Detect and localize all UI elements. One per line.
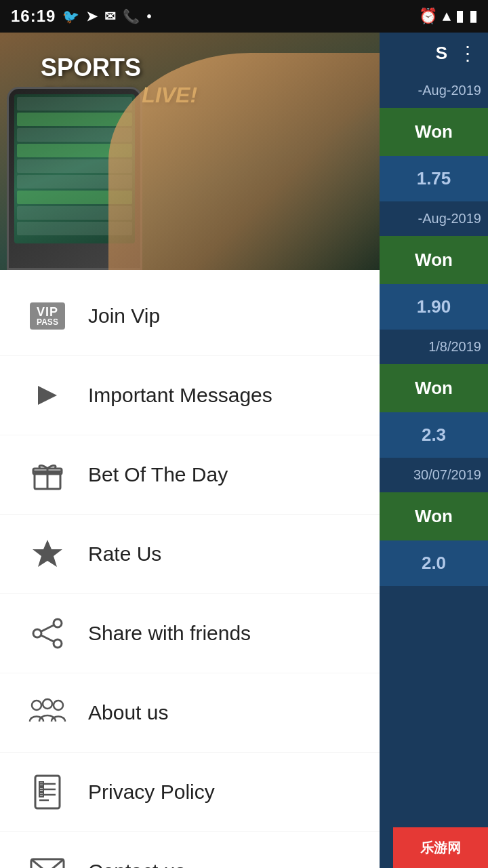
hero-banner: SPORTS Betting Live! (0, 33, 380, 270)
header-s-label: S (436, 43, 447, 64)
result-section-0: -Aug-2019 Won 1.75 (380, 73, 488, 201)
envelope-icon (30, 858, 65, 868)
main-container: SPORTS Betting Live! (0, 33, 488, 868)
more-options-icon[interactable]: ⋮ (458, 42, 477, 64)
result-odds-1: 1.90 (380, 284, 488, 330)
result-won-2: Won (380, 364, 488, 412)
menu-item-rate-us[interactable]: Rate Us (0, 515, 380, 594)
telegram-icon: ➤ (86, 8, 98, 24)
svg-marker-5 (33, 540, 62, 567)
svg-line-10 (41, 635, 54, 642)
menu-label-rate-us: Rate Us (88, 542, 161, 566)
result-won-1: Won (380, 236, 488, 284)
share-icon (30, 616, 64, 650)
drawer: SPORTS Betting Live! (0, 33, 380, 868)
facebook-icon: 🐦 (62, 8, 79, 24)
result-section-2: 1/8/2019 Won 2.3 (380, 330, 488, 458)
vip-icon: VIP PASS (30, 302, 65, 330)
result-date-1: -Aug-2019 (380, 201, 488, 236)
document-icon (33, 774, 62, 810)
star-icon (30, 537, 64, 571)
menu-label-important-messages: Important Messages (88, 384, 272, 407)
phone-row (17, 97, 132, 111)
svg-point-8 (33, 629, 41, 637)
status-time: 16:19 (11, 7, 56, 26)
result-odds-3: 2.0 (380, 540, 488, 586)
result-won-0: Won (380, 108, 488, 156)
gift-icon (30, 458, 64, 492)
vip-icon-wrap: VIP PASS (27, 296, 68, 336)
menu-label-join-vip: Join Vip (88, 304, 160, 328)
arrow-right-icon (33, 380, 62, 410)
gift-icon-wrap (27, 454, 68, 495)
result-date-3: 30/07/2019 (380, 458, 488, 492)
menu-label-privacy-policy: Privacy Policy (88, 781, 215, 804)
menu-label-about-us: About us (88, 701, 168, 724)
result-section-1: -Aug-2019 Won 1.90 (380, 201, 488, 330)
arrow-icon-wrap (27, 375, 68, 416)
svg-point-12 (43, 699, 52, 709)
dot-icon: • (146, 9, 151, 24)
menu-item-important-messages[interactable]: Important Messages (0, 356, 380, 435)
svg-point-6 (54, 619, 62, 627)
whatsapp-icon: 📞 (123, 8, 140, 24)
people-icon (28, 696, 66, 730)
menu-label-share: Share with friends (88, 622, 251, 645)
status-right: ⏰ ▴ ▮ ▮ (419, 7, 477, 25)
people-icon-wrap (27, 692, 68, 733)
menu-item-privacy-policy[interactable]: Privacy Policy (0, 753, 380, 832)
watermark: 乐游网 (393, 827, 488, 868)
result-won-3: Won (380, 492, 488, 540)
svg-point-7 (54, 639, 62, 648)
menu-label-bet-of-the-day: Bet Of The Day (88, 463, 228, 486)
menu-item-contact-us[interactable]: Contact us (0, 832, 380, 868)
star-icon-wrap (27, 534, 68, 574)
battery-icon: ▮ (469, 7, 477, 25)
wifi-icon: ▴ (443, 7, 450, 25)
signal-icon: ▮ (455, 7, 464, 25)
menu-label-contact-us: Contact us (88, 860, 185, 868)
menu-item-share[interactable]: Share with friends (0, 594, 380, 673)
right-panel: S ⋮ -Aug-2019 Won 1.75 -Aug-2019 Won 1.9… (380, 33, 488, 868)
menu-list: VIP PASS Join Vip Important Messages (0, 270, 380, 868)
watermark-text: 乐游网 (420, 839, 461, 857)
envelope-icon-wrap (27, 851, 68, 868)
menu-item-bet-of-the-day[interactable]: Bet Of The Day (0, 435, 380, 515)
hands-overlay (108, 53, 380, 270)
share-icon-wrap (27, 613, 68, 654)
right-header: S ⋮ (380, 33, 488, 73)
svg-line-9 (41, 625, 54, 631)
result-date-0: -Aug-2019 (380, 73, 488, 108)
menu-item-about-us[interactable]: About us (0, 673, 380, 753)
gmail-icon: ✉ (104, 8, 116, 24)
phone-row (17, 113, 132, 126)
svg-point-11 (32, 701, 41, 710)
menu-item-join-vip[interactable]: VIP PASS Join Vip (0, 277, 380, 356)
document-icon-wrap (27, 772, 68, 812)
alarm-icon: ⏰ (419, 7, 437, 25)
result-odds-0: 1.75 (380, 156, 488, 201)
svg-point-13 (54, 701, 63, 710)
result-section-3: 30/07/2019 Won 2.0 (380, 458, 488, 586)
result-date-2: 1/8/2019 (380, 330, 488, 364)
result-odds-2: 2.3 (380, 412, 488, 458)
status-bar: 16:19 🐦 ➤ ✉ 📞 • ⏰ ▴ ▮ ▮ (0, 0, 488, 33)
svg-marker-0 (38, 386, 57, 405)
status-left: 16:19 🐦 ➤ ✉ 📞 • (11, 7, 151, 26)
